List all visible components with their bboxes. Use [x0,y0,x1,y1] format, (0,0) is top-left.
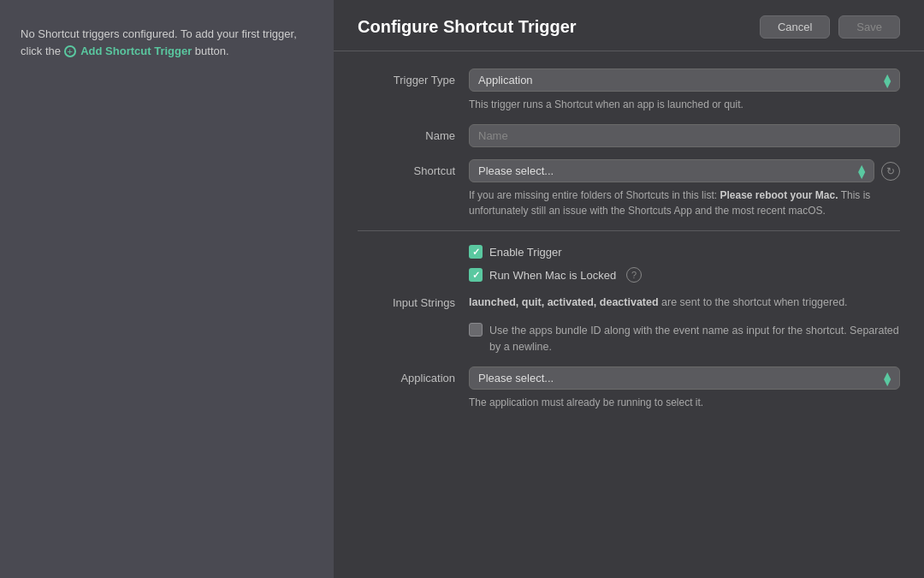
input-strings-row: Input Strings launched, quit, activated,… [358,295,900,311]
cancel-button[interactable]: Cancel [760,15,830,39]
run-when-locked-help-icon[interactable]: ? [626,267,642,283]
shortcut-hint: If you are missing entire folders of Sho… [469,188,900,218]
enable-trigger-section: Enable Trigger Run When Mac is Locked ? [469,245,900,283]
add-trigger-icon: + [64,45,76,57]
trigger-type-hint: This trigger runs a Shortcut when an app… [469,97,900,112]
name-control [469,124,900,147]
trigger-type-select[interactable]: Application [469,69,900,92]
enable-trigger-row: Enable Trigger [469,245,900,259]
dialog-title: Configure Shortcut Trigger [358,17,577,37]
run-when-locked-label: Run When Mac is Locked [489,269,616,282]
shortcut-label: Shortcut [358,159,469,177]
input-strings-label: Input Strings [358,295,469,309]
name-label: Name [358,124,469,142]
add-trigger-label: Add Shortcut Trigger [80,45,192,57]
trigger-type-label: Trigger Type [358,69,469,86]
shortcut-select[interactable]: Please select... [469,159,874,182]
trigger-type-control: Application ▲ ▼ This trigger runs a Shor… [469,69,900,112]
enable-trigger-label: Enable Trigger [489,246,562,259]
application-row: Application Please select... ▲ ▼ The app… [358,366,900,410]
name-row: Name [358,124,900,147]
application-label: Application [358,366,469,384]
application-hint: The application must already be running … [469,395,900,410]
name-input[interactable] [469,124,900,147]
bundle-id-text: Use the apps bundle ID along with the ev… [489,323,900,355]
form-area: Trigger Type Application ▲ ▼ This trigge… [334,51,924,578]
header-buttons: Cancel Save [760,15,900,39]
bundle-id-checkbox[interactable] [469,323,483,337]
run-when-locked-checkbox[interactable] [469,268,483,282]
trigger-type-row: Trigger Type Application ▲ ▼ This trigge… [358,69,900,112]
run-when-locked-row: Run When Mac is Locked ? [469,267,900,283]
shortcut-row: Shortcut Please select... ▲ ▼ ↻ [358,159,900,218]
enable-trigger-checkbox[interactable] [469,245,483,259]
dialog-header: Configure Shortcut Trigger Cancel Save [334,0,924,51]
shortcut-select-wrap: Please select... ▲ ▼ ↻ [469,159,900,182]
bundle-id-row: Use the apps bundle ID along with the ev… [469,323,900,355]
trigger-type-select-wrapper: Application ▲ ▼ [469,69,900,92]
shortcut-control: Please select... ▲ ▼ ↻ If you are missin… [469,159,900,218]
shortcut-select-wrapper: Please select... ▲ ▼ [469,159,874,182]
right-panel: Configure Shortcut Trigger Cancel Save T… [334,0,924,578]
no-triggers-message: No Shortcut triggers configured. To add … [21,26,313,59]
left-panel: No Shortcut triggers configured. To add … [0,0,334,578]
divider-1 [358,230,900,231]
save-button[interactable]: Save [838,15,900,39]
input-strings-text: launched, quit, activated, deactivated a… [469,295,900,311]
shortcut-refresh-icon[interactable]: ↻ [881,162,900,181]
application-select-wrapper: Please select... ▲ ▼ [469,366,900,390]
application-control: Please select... ▲ ▼ The application mus… [469,366,900,410]
application-select[interactable]: Please select... [469,366,900,390]
